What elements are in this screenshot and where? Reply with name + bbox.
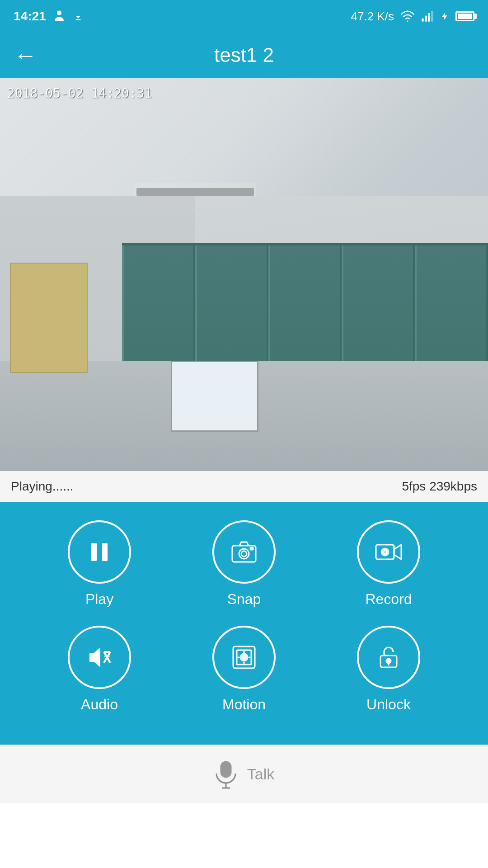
svg-rect-6 (102, 543, 108, 561)
cabinet-section (122, 245, 195, 361)
svg-rect-2 (425, 16, 427, 22)
motion-control[interactable]: Motion (212, 626, 276, 713)
storage-box (10, 263, 88, 373)
cabinet-section (268, 245, 342, 361)
play-control[interactable]: Play (68, 520, 131, 608)
page-title: test1 2 (214, 44, 274, 66)
status-left: 14:21 (14, 9, 84, 24)
unlock-label: Unlock (366, 696, 411, 713)
signal-icon (421, 9, 434, 23)
audio-label: Audio (81, 696, 118, 713)
record-control[interactable]: Record (357, 520, 420, 608)
cabinet-section (195, 245, 268, 361)
svg-point-9 (241, 551, 247, 557)
stream-info: 5fps 239kbps (402, 479, 477, 494)
battery-icon (455, 11, 474, 21)
controls-row-2: Audio Motion (0, 626, 488, 713)
svg-rect-3 (428, 13, 430, 22)
camera-icon (230, 538, 258, 566)
snap-label: Snap (227, 591, 261, 608)
video-status-bar: Playing...... 5fps 239kbps (0, 471, 488, 502)
time-display: 14:21 (14, 9, 46, 24)
controls-area: Play Snap (0, 502, 488, 745)
cabinet-section (415, 245, 488, 361)
video-feed: 2018-05-02 14:20:31 (0, 78, 488, 471)
video-timestamp: 2018-05-02 14:20:31 (7, 86, 152, 101)
pause-icon (85, 538, 114, 566)
record-button[interactable] (357, 520, 420, 584)
record-label: Record (365, 591, 412, 608)
play-button[interactable] (68, 520, 131, 584)
lightning-icon (440, 9, 449, 23)
svg-rect-5 (91, 543, 97, 561)
audio-mute-icon (85, 643, 114, 672)
unlock-button[interactable] (357, 626, 420, 689)
motion-icon (230, 643, 258, 672)
camera-scene (0, 78, 488, 471)
person-icon (52, 9, 66, 23)
svg-point-26 (386, 659, 391, 663)
speed-display: 47.2 K/s (351, 9, 394, 24)
snap-button[interactable] (212, 520, 276, 584)
status-bar: 14:21 47.2 K/s (0, 0, 488, 33)
svg-point-20 (240, 654, 248, 661)
audio-button[interactable] (68, 626, 131, 689)
cabinets (122, 243, 488, 361)
motion-button[interactable] (212, 626, 276, 689)
back-button[interactable]: ← (14, 43, 37, 67)
audio-control[interactable]: Audio (68, 626, 131, 713)
svg-point-8 (239, 549, 249, 559)
svg-point-13 (384, 551, 386, 553)
svg-rect-4 (431, 11, 433, 21)
talk-bar[interactable]: Talk (0, 745, 488, 803)
play-label: Play (85, 591, 113, 608)
svg-rect-1 (422, 19, 424, 22)
svg-rect-28 (221, 762, 231, 777)
motion-label: Motion (222, 696, 266, 713)
cabinet-dividers (122, 245, 488, 361)
ceiling-light (136, 188, 253, 196)
usb-icon (72, 9, 84, 23)
controls-row-1: Play Snap (0, 520, 488, 608)
unlock-icon (374, 643, 403, 672)
cabinet-section (342, 245, 415, 361)
svg-point-0 (57, 11, 61, 15)
microphone-icon (214, 760, 238, 789)
window (171, 361, 258, 432)
header: ← test1 2 (0, 33, 488, 78)
play-status: Playing...... (11, 479, 74, 494)
wifi-icon (400, 9, 415, 23)
unlock-control[interactable]: Unlock (357, 626, 420, 713)
status-right: 47.2 K/s (351, 9, 474, 24)
talk-label: Talk (247, 765, 274, 783)
record-icon (374, 538, 403, 566)
snap-control[interactable]: Snap (212, 520, 276, 608)
svg-rect-10 (250, 547, 253, 550)
